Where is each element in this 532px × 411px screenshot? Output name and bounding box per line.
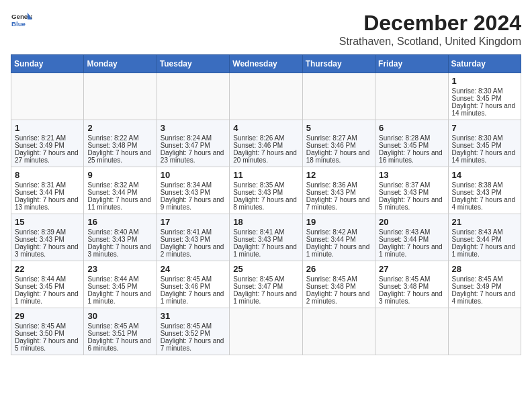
- calendar-cell: 1Sunrise: 8:21 AMSunset: 3:49 PMDaylight…: [11, 120, 84, 167]
- daylight-text: Daylight: 7 hours and 16 minutes.: [379, 149, 444, 164]
- sunrise-text: Sunrise: 8:30 AM: [452, 134, 517, 142]
- day-number: 6: [379, 123, 444, 133]
- sunrise-text: Sunrise: 8:32 AM: [87, 181, 152, 189]
- day-number: 23: [87, 264, 152, 274]
- daylight-text: Daylight: 7 hours and 1 minute.: [452, 243, 517, 258]
- sunset-text: Sunset: 3:43 PM: [161, 236, 226, 243]
- sunrise-text: Sunrise: 8:35 AM: [233, 181, 298, 189]
- calendar-cell: 8Sunrise: 8:31 AMSunset: 3:44 PMDaylight…: [11, 167, 84, 214]
- daylight-text: Daylight: 7 hours and 1 minute.: [379, 243, 444, 258]
- sunset-text: Sunset: 3:48 PM: [306, 283, 371, 290]
- day-header-friday: Friday: [375, 55, 448, 73]
- daylight-text: Daylight: 7 hours and 25 minutes.: [87, 149, 152, 164]
- calendar-cell: [375, 73, 448, 120]
- daylight-text: Daylight: 7 hours and 1 minute.: [15, 290, 80, 305]
- sunrise-text: Sunrise: 8:45 AM: [233, 275, 298, 283]
- daylight-text: Daylight: 7 hours and 3 minutes.: [87, 243, 152, 258]
- calendar-cell: 21Sunrise: 8:43 AMSunset: 3:44 PMDayligh…: [448, 214, 521, 261]
- sunrise-text: Sunrise: 8:45 AM: [452, 275, 517, 283]
- svg-text:Blue: Blue: [11, 20, 26, 28]
- day-number: 9: [87, 170, 152, 180]
- daylight-text: Daylight: 7 hours and 5 minutes.: [379, 196, 444, 211]
- calendar-cell: 23Sunrise: 8:44 AMSunset: 3:45 PMDayligh…: [84, 261, 157, 308]
- logo: General Blue: [11, 11, 32, 30]
- sunrise-text: Sunrise: 8:22 AM: [87, 134, 152, 142]
- calendar-cell: 5Sunrise: 8:27 AMSunset: 3:46 PMDaylight…: [302, 120, 375, 167]
- calendar-cell: [230, 308, 302, 355]
- day-number: 2: [87, 123, 152, 133]
- calendar-week-row: 15Sunrise: 8:39 AMSunset: 3:43 PMDayligh…: [11, 214, 521, 261]
- day-number: 12: [306, 170, 371, 180]
- sunset-text: Sunset: 3:46 PM: [233, 142, 298, 149]
- calendar-cell: 9Sunrise: 8:32 AMSunset: 3:44 PMDaylight…: [84, 167, 157, 214]
- day-header-tuesday: Tuesday: [157, 55, 229, 73]
- sunrise-text: Sunrise: 8:45 AM: [15, 322, 80, 330]
- sunrise-text: Sunrise: 8:40 AM: [87, 228, 152, 236]
- sunset-text: Sunset: 3:43 PM: [87, 236, 152, 243]
- daylight-text: Daylight: 7 hours and 6 minutes.: [87, 337, 152, 352]
- daylight-text: Daylight: 7 hours and 1 minute.: [233, 243, 298, 258]
- calendar-cell: 17Sunrise: 8:41 AMSunset: 3:43 PMDayligh…: [157, 214, 229, 261]
- sunset-text: Sunset: 3:44 PM: [379, 236, 444, 243]
- day-number: 14: [452, 170, 517, 180]
- daylight-text: Daylight: 7 hours and 27 minutes.: [15, 149, 80, 164]
- calendar-table: SundayMondayTuesdayWednesdayThursdayFrid…: [11, 54, 521, 355]
- day-number: 20: [379, 217, 444, 227]
- sunset-text: Sunset: 3:49 PM: [452, 283, 517, 290]
- day-number: 21: [452, 217, 517, 227]
- sunset-text: Sunset: 3:49 PM: [15, 142, 80, 149]
- location-title: Strathaven, Scotland, United Kingdom: [339, 36, 521, 48]
- sunrise-text: Sunrise: 8:24 AM: [161, 134, 226, 142]
- calendar-cell: 28Sunrise: 8:45 AMSunset: 3:49 PMDayligh…: [448, 261, 521, 308]
- sunset-text: Sunset: 3:45 PM: [15, 283, 80, 290]
- daylight-text: Daylight: 7 hours and 14 minutes.: [452, 102, 517, 117]
- daylight-text: Daylight: 7 hours and 5 minutes.: [15, 337, 80, 352]
- sunrise-text: Sunrise: 8:37 AM: [379, 181, 444, 189]
- calendar-cell: 22Sunrise: 8:44 AMSunset: 3:45 PMDayligh…: [11, 261, 84, 308]
- day-header-thursday: Thursday: [302, 55, 375, 73]
- sunset-text: Sunset: 3:43 PM: [452, 189, 517, 196]
- calendar-cell: 16Sunrise: 8:40 AMSunset: 3:43 PMDayligh…: [84, 214, 157, 261]
- daylight-text: Daylight: 7 hours and 9 minutes.: [161, 196, 226, 211]
- calendar-week-row: 1Sunrise: 8:21 AMSunset: 3:49 PMDaylight…: [11, 120, 521, 167]
- sunrise-text: Sunrise: 8:34 AM: [161, 181, 226, 189]
- daylight-text: Daylight: 7 hours and 3 minutes.: [15, 243, 80, 258]
- calendar-cell: 2Sunrise: 8:22 AMSunset: 3:48 PMDaylight…: [84, 120, 157, 167]
- sunset-text: Sunset: 3:51 PM: [87, 330, 152, 337]
- day-header-wednesday: Wednesday: [230, 55, 302, 73]
- sunset-text: Sunset: 3:45 PM: [379, 142, 444, 149]
- day-number: 1: [452, 76, 517, 86]
- day-number: 18: [233, 217, 298, 227]
- sunset-text: Sunset: 3:44 PM: [452, 236, 517, 243]
- calendar-cell: 11Sunrise: 8:35 AMSunset: 3:43 PMDayligh…: [230, 167, 302, 214]
- day-number: 16: [87, 217, 152, 227]
- calendar-cell: [448, 308, 521, 355]
- sunset-text: Sunset: 3:52 PM: [161, 330, 226, 337]
- calendar-cell: 1Sunrise: 8:30 AMSunset: 3:45 PMDaylight…: [448, 73, 521, 120]
- day-header-sunday: Sunday: [11, 55, 84, 73]
- calendar-cell: [11, 73, 84, 120]
- sunrise-text: Sunrise: 8:45 AM: [379, 275, 444, 283]
- day-number: 5: [306, 123, 371, 133]
- day-number: 27: [379, 264, 444, 274]
- calendar-week-row: 1Sunrise: 8:30 AMSunset: 3:45 PMDaylight…: [11, 73, 521, 120]
- sunrise-text: Sunrise: 8:41 AM: [233, 228, 298, 236]
- sunset-text: Sunset: 3:45 PM: [87, 283, 152, 290]
- day-number: 24: [161, 264, 226, 274]
- daylight-text: Daylight: 7 hours and 23 minutes.: [161, 149, 226, 164]
- daylight-text: Daylight: 7 hours and 14 minutes.: [452, 149, 517, 164]
- sunrise-text: Sunrise: 8:21 AM: [15, 134, 80, 142]
- day-number: 22: [15, 264, 80, 274]
- sunset-text: Sunset: 3:44 PM: [306, 236, 371, 243]
- sunrise-text: Sunrise: 8:43 AM: [452, 228, 517, 236]
- calendar-cell: 24Sunrise: 8:45 AMSunset: 3:46 PMDayligh…: [157, 261, 229, 308]
- day-number: 13: [379, 170, 444, 180]
- sunset-text: Sunset: 3:44 PM: [15, 189, 80, 196]
- calendar-week-row: 22Sunrise: 8:44 AMSunset: 3:45 PMDayligh…: [11, 261, 521, 308]
- sunset-text: Sunset: 3:43 PM: [379, 189, 444, 196]
- calendar-cell: 15Sunrise: 8:39 AMSunset: 3:43 PMDayligh…: [11, 214, 84, 261]
- sunrise-text: Sunrise: 8:44 AM: [15, 275, 80, 283]
- sunrise-text: Sunrise: 8:28 AM: [379, 134, 444, 142]
- sunrise-text: Sunrise: 8:45 AM: [161, 322, 226, 330]
- daylight-text: Daylight: 7 hours and 7 minutes.: [306, 196, 371, 211]
